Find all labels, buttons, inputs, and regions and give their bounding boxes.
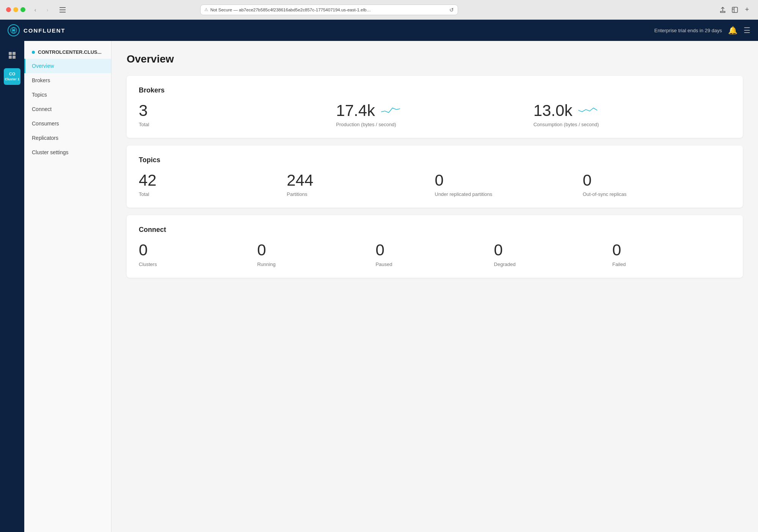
sidebar-item-brokers[interactable]: Brokers bbox=[24, 73, 111, 88]
connect-degraded-label: Degraded bbox=[494, 261, 612, 267]
cluster-abbr: CO bbox=[9, 72, 16, 77]
svg-rect-3 bbox=[732, 7, 738, 13]
brokers-consumption-metric: 13.0k Consumption (bytes / second) bbox=[534, 102, 731, 127]
svg-rect-2 bbox=[60, 12, 66, 13]
svg-rect-0 bbox=[60, 7, 66, 8]
brokers-production-label: Production (bytes / second) bbox=[336, 122, 533, 127]
minimize-button[interactable] bbox=[13, 7, 18, 12]
logo-text: CONFLUENT bbox=[24, 27, 66, 34]
cluster-status-dot bbox=[32, 51, 35, 54]
brokers-metrics-row: 3 Total 17.4k bbox=[139, 102, 731, 127]
top-nav-right: Enterprise trial ends in 29 days 🔔 ☰ bbox=[654, 26, 750, 35]
topics-under-replicated-metric: 0 Under replicated partitions bbox=[435, 172, 583, 197]
topics-under-replicated-label: Under replicated partitions bbox=[435, 191, 583, 197]
brokers-total-metric: 3 Total bbox=[139, 102, 336, 127]
add-tab-button[interactable]: + bbox=[742, 5, 752, 15]
topics-out-of-sync-value: 0 bbox=[583, 172, 731, 189]
connect-running-metric: 0 Running bbox=[257, 241, 375, 267]
brokers-consumption-label: Consumption (bytes / second) bbox=[534, 122, 731, 127]
brokers-card: Brokers 3 Total 17.4k bbox=[127, 76, 743, 138]
app-wrapper: CONFLUENT Enterprise trial ends in 29 da… bbox=[0, 20, 758, 532]
svg-rect-8 bbox=[9, 56, 12, 59]
forward-button[interactable]: › bbox=[42, 6, 53, 14]
connect-clusters-label: Clusters bbox=[139, 261, 257, 267]
brokers-production-metric: 17.4k Production (bytes / second) bbox=[336, 102, 533, 127]
connect-running-label: Running bbox=[257, 261, 375, 267]
nav-buttons: ‹ › bbox=[30, 6, 53, 14]
connect-card: Connect 0 Clusters 0 Running 0 Paused bbox=[127, 215, 743, 277]
hamburger-menu-button[interactable]: ☰ bbox=[744, 26, 750, 35]
sidebar-item-cluster-settings[interactable]: Cluster settings bbox=[24, 145, 111, 160]
reload-button[interactable]: ↺ bbox=[449, 7, 454, 13]
connect-running-value: 0 bbox=[257, 241, 375, 259]
top-nav: CONFLUENT Enterprise trial ends in 29 da… bbox=[0, 20, 758, 41]
brokers-total-label: Total bbox=[139, 122, 336, 127]
topics-card-title: Topics bbox=[139, 156, 731, 164]
svg-rect-9 bbox=[13, 56, 16, 59]
brokers-card-title: Brokers bbox=[139, 86, 731, 94]
body-area: CO Cluster 1 CONTROLCENTER.CLUS... Overv… bbox=[0, 41, 758, 532]
topics-partitions-metric: 244 Partitions bbox=[287, 172, 435, 197]
brokers-production-value: 17.4k bbox=[336, 102, 375, 119]
sidebar-item-replicators[interactable]: Replicators bbox=[24, 131, 111, 145]
svg-rect-7 bbox=[13, 52, 16, 55]
confluent-logo-icon bbox=[8, 24, 20, 36]
production-sparkline-icon bbox=[381, 104, 400, 117]
maximize-button[interactable] bbox=[20, 7, 25, 12]
new-tab-button[interactable] bbox=[730, 5, 740, 15]
brokers-consumption-with-chart: 13.0k bbox=[534, 102, 731, 119]
browser-right-controls: + bbox=[718, 5, 752, 15]
connect-paused-metric: 0 Paused bbox=[375, 241, 494, 267]
connect-metrics-row: 0 Clusters 0 Running 0 Paused 0 Degraded bbox=[139, 241, 731, 267]
lock-icon: ⚠ bbox=[204, 7, 208, 12]
trial-text: Enterprise trial ends in 29 days bbox=[654, 28, 722, 33]
cluster-header: CONTROLCENTER.CLUS... bbox=[24, 45, 111, 59]
connect-clusters-value: 0 bbox=[139, 241, 257, 259]
connect-card-title: Connect bbox=[139, 226, 731, 234]
sidebar-item-overview[interactable]: Overview bbox=[24, 59, 111, 73]
cluster-label: Cluster 1 bbox=[5, 77, 20, 81]
close-button[interactable] bbox=[6, 7, 11, 12]
sidebar-item-topics[interactable]: Topics bbox=[24, 88, 111, 102]
consumption-sparkline-icon bbox=[578, 104, 597, 117]
cluster-badge[interactable]: CO Cluster 1 bbox=[4, 68, 20, 85]
browser-chrome: ‹ › ⚠ Not Secure — ab7ece27b585c4f238616… bbox=[0, 0, 758, 20]
sidebar-item-connect[interactable]: Connect bbox=[24, 102, 111, 116]
url-text: Not Secure — ab7ece27b585c4f238616abd5e2… bbox=[210, 8, 447, 12]
connect-degraded-value: 0 bbox=[494, 241, 612, 259]
svg-point-5 bbox=[13, 29, 15, 31]
connect-clusters-metric: 0 Clusters bbox=[139, 241, 257, 267]
notifications-button[interactable]: 🔔 bbox=[728, 26, 738, 35]
page-title: Overview bbox=[127, 53, 743, 65]
svg-rect-1 bbox=[60, 9, 66, 10]
sidebar-item-consumers[interactable]: Consumers bbox=[24, 116, 111, 131]
brokers-consumption-value: 13.0k bbox=[534, 102, 573, 119]
topics-out-of-sync-label: Out-of-sync replicas bbox=[583, 191, 731, 197]
sidebar-icon-grid[interactable] bbox=[4, 47, 20, 64]
topics-under-replicated-value: 0 bbox=[435, 172, 583, 189]
topics-out-of-sync-metric: 0 Out-of-sync replicas bbox=[583, 172, 731, 197]
topics-total-metric: 42 Total bbox=[139, 172, 287, 197]
connect-failed-label: Failed bbox=[612, 261, 731, 267]
topics-partitions-value: 244 bbox=[287, 172, 435, 189]
logo-area: CONFLUENT bbox=[8, 24, 66, 36]
topics-total-label: Total bbox=[139, 191, 287, 197]
back-button[interactable]: ‹ bbox=[30, 6, 41, 14]
traffic-lights bbox=[6, 7, 25, 12]
svg-rect-6 bbox=[9, 52, 12, 55]
topics-total-value: 42 bbox=[139, 172, 287, 189]
brokers-total-value: 3 bbox=[139, 102, 336, 119]
topics-card: Topics 42 Total 244 Partitions 0 Under r… bbox=[127, 146, 743, 208]
sidebar-toggle-button[interactable] bbox=[57, 6, 68, 14]
url-bar[interactable]: ⚠ Not Secure — ab7ece27b585c4f238616abd5… bbox=[200, 5, 458, 15]
topics-partitions-label: Partitions bbox=[287, 191, 435, 197]
connect-paused-label: Paused bbox=[375, 261, 494, 267]
connect-degraded-metric: 0 Degraded bbox=[494, 241, 612, 267]
main-content: Overview Brokers 3 Total 17.4k bbox=[111, 41, 758, 532]
topics-metrics-row: 42 Total 244 Partitions 0 Under replicat… bbox=[139, 172, 731, 197]
icon-sidebar: CO Cluster 1 bbox=[0, 41, 24, 532]
connect-failed-metric: 0 Failed bbox=[612, 241, 731, 267]
brokers-production-with-chart: 17.4k bbox=[336, 102, 533, 119]
share-button[interactable] bbox=[718, 5, 728, 15]
connect-paused-value: 0 bbox=[375, 241, 494, 259]
